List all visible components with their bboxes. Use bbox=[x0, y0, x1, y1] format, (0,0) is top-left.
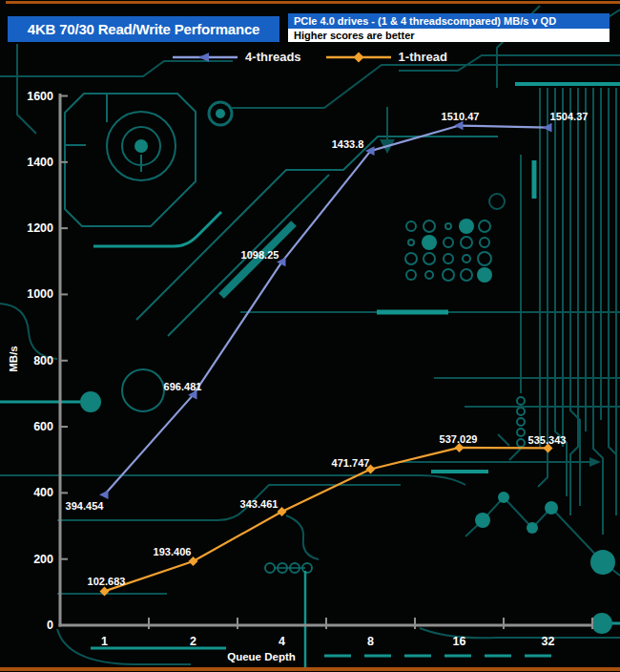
data-point-label-1-thread: 471.747 bbox=[332, 457, 370, 469]
y-tick-label: 600 bbox=[33, 420, 53, 433]
data-point-marker-4-threads bbox=[543, 123, 552, 133]
x-tick-label: 1 bbox=[101, 635, 108, 648]
y-tick-label: 200 bbox=[33, 553, 53, 566]
data-point-label-1-thread: 193.406 bbox=[154, 546, 192, 557]
chart-page: 4KB 70/30 Read/Write Performance PCIe 4.… bbox=[0, 0, 620, 672]
data-point-label-4-threads: 1098.25 bbox=[241, 249, 279, 261]
data-point-marker-1-thread bbox=[189, 556, 198, 566]
data-point-label-4-threads: 696.481 bbox=[164, 381, 202, 392]
y-tick-label: 1200 bbox=[27, 221, 53, 235]
data-point-label-1-thread: 535.343 bbox=[528, 434, 567, 446]
x-tick-label: 32 bbox=[542, 635, 555, 648]
y-tick-label: 800 bbox=[33, 354, 53, 368]
x-tick-label: 4 bbox=[279, 635, 285, 648]
data-point-label-4-threads: 1433.8 bbox=[332, 138, 364, 150]
y-tick-label: 1600 bbox=[27, 90, 53, 103]
performance-chart: 0200400600800100012001400160012481632MB/… bbox=[0, 0, 620, 672]
x-tick-label: 2 bbox=[190, 635, 196, 648]
series-line-1-thread bbox=[105, 448, 548, 592]
y-tick-label: 400 bbox=[33, 486, 53, 499]
x-tick-label: 16 bbox=[453, 635, 466, 648]
bottom-border bbox=[0, 667, 620, 671]
x-axis-title: Queue Depth bbox=[227, 651, 296, 662]
data-point-label-4-threads: 394.454 bbox=[66, 500, 105, 512]
data-point-marker-1-thread bbox=[278, 507, 287, 516]
data-point-marker-1-thread bbox=[100, 586, 110, 596]
y-axis-title: MB/s bbox=[8, 346, 19, 371]
data-point-label-4-threads: 1510.47 bbox=[442, 111, 480, 122]
data-point-label-1-thread: 343.461 bbox=[240, 498, 279, 510]
y-tick-label: 1400 bbox=[27, 156, 53, 169]
y-tick-label: 1000 bbox=[27, 287, 53, 301]
data-point-label-1-thread: 537.029 bbox=[440, 433, 478, 445]
series-line-4-threads bbox=[105, 126, 548, 495]
data-point-label-4-threads: 1504.37 bbox=[550, 111, 589, 122]
x-tick-label: 8 bbox=[367, 635, 374, 648]
y-tick-label: 0 bbox=[47, 619, 53, 632]
data-point-label-1-thread: 102.683 bbox=[88, 576, 126, 587]
data-point-marker-4-threads bbox=[99, 490, 109, 499]
data-point-marker-4-threads bbox=[454, 121, 464, 131]
